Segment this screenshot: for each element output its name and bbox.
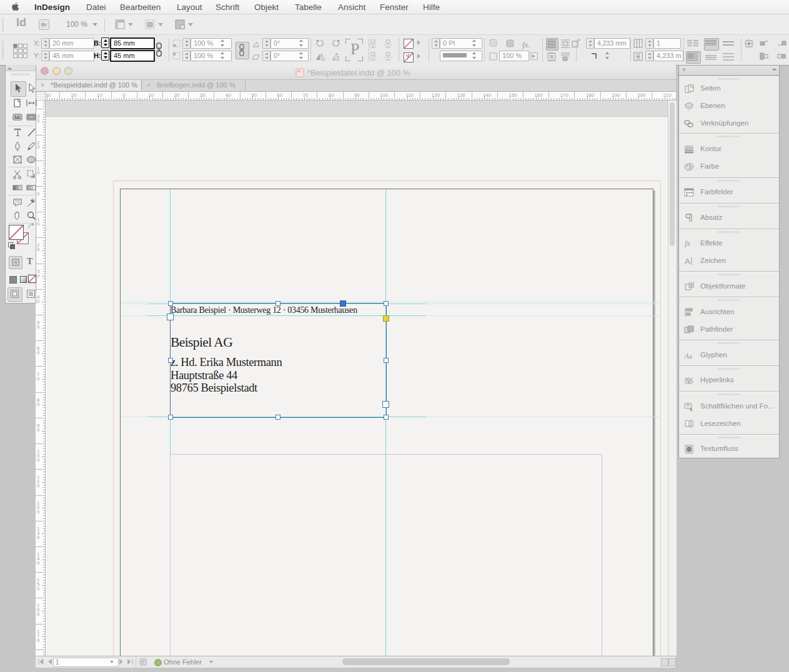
svg-text:A: A bbox=[684, 351, 689, 360]
svg-text:A: A bbox=[685, 257, 690, 266]
svg-text:a: a bbox=[689, 352, 692, 360]
svg-text:fx: fx bbox=[685, 239, 690, 248]
